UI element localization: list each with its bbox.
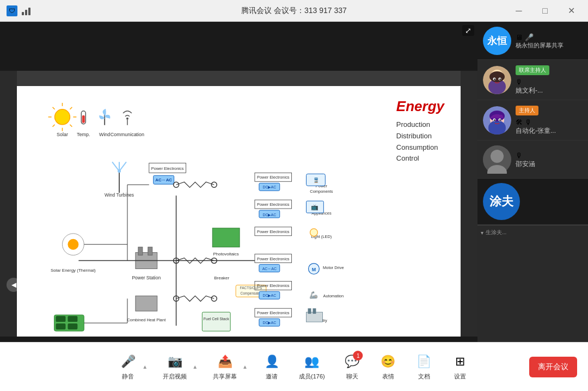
diagram-area: Solar Temp. Wind xyxy=(17,87,352,337)
svg-text:🚆: 🚆 xyxy=(313,177,320,184)
bottom-strip xyxy=(0,337,477,342)
toolbar-right: 离开会议 xyxy=(529,357,577,377)
svg-text:Power Electronics: Power Electronics xyxy=(257,229,290,234)
slide-content: Solar Temp. Wind xyxy=(17,87,461,337)
svg-text:Combined Heat Plant: Combined Heat Plant xyxy=(127,317,166,322)
shield-icon xyxy=(7,5,17,16)
mic-icon-yaowenli: 🎙 xyxy=(516,78,523,86)
invite-label: 邀请 xyxy=(266,372,278,381)
avatar-shaoan xyxy=(483,145,511,174)
share-button[interactable]: 📤 共享屏幕 xyxy=(209,351,241,383)
invite-button[interactable]: 👤 邀请 xyxy=(259,351,285,383)
energy-item-control: Control xyxy=(396,153,444,164)
energy-section: Energy Production Distribution Consumpti… xyxy=(396,98,444,164)
stop-share-button[interactable]: ■ xyxy=(44,278,58,292)
svg-line-21 xyxy=(112,162,119,171)
participant-yaowenli-name: 姚文利-... xyxy=(516,86,583,95)
svg-point-118 xyxy=(494,78,495,80)
svg-text:Components: Components xyxy=(310,189,333,194)
svg-point-15 xyxy=(126,118,128,120)
title-bar: 腾讯会议 会议号：313 917 337 ─ □ ✕ xyxy=(0,0,588,22)
svg-text:Breaker: Breaker xyxy=(214,276,229,280)
svg-text:Power Electronics: Power Electronics xyxy=(257,175,290,180)
maximize-button[interactable]: □ xyxy=(532,2,558,20)
toolbar-center: 🎤 静音 ▲ 📷 开启视频 ▲ 📤 共享屏幕 ▲ 👤 邀请 xyxy=(115,351,473,383)
svg-rect-35 xyxy=(56,323,66,329)
video-label: 开启视频 xyxy=(163,372,187,381)
svg-text:Wind: Wind xyxy=(99,132,110,137)
svg-rect-36 xyxy=(68,316,77,322)
svg-text:DC▶AC: DC▶AC xyxy=(262,185,276,189)
slide-container: Solar Temp. Wind xyxy=(17,71,461,337)
svg-text:🦾: 🦾 xyxy=(309,291,318,300)
svg-rect-11 xyxy=(82,115,85,123)
camera-icon: 📷 xyxy=(166,353,183,370)
signal-bar-3 xyxy=(28,8,30,15)
fullscreen-button[interactable]: ⤢ xyxy=(462,25,474,36)
svg-rect-31 xyxy=(136,296,157,311)
svg-text:Temp.: Temp. xyxy=(77,132,90,137)
avatar-shaoan-svg xyxy=(483,145,511,174)
mic-icon-yongheng: 🎤 xyxy=(525,33,534,41)
chevron-down-icon: ▾ xyxy=(481,230,483,236)
annotate-button[interactable]: ✎ xyxy=(62,278,76,292)
svg-text:Power Electronics: Power Electronics xyxy=(257,256,290,261)
energy-title: Energy xyxy=(396,98,444,115)
participant-tufu: 涂夫 xyxy=(477,179,588,225)
top-strip xyxy=(0,22,477,71)
svg-point-25 xyxy=(68,239,78,250)
svg-point-0 xyxy=(55,109,70,125)
doc-button[interactable]: 📄 文档 xyxy=(411,351,437,383)
next-slide-button[interactable]: ▶ xyxy=(25,278,39,292)
video-arrow[interactable]: ▲ xyxy=(191,364,199,370)
title-bar-left xyxy=(0,5,30,16)
emoji-icon: 😊 xyxy=(379,353,397,370)
svg-line-5 xyxy=(53,107,55,109)
svg-text:Power Electronics: Power Electronics xyxy=(151,166,184,171)
chat-button[interactable]: 💬 1 聊天 xyxy=(339,351,365,383)
share-arrow[interactable]: ▲ xyxy=(241,364,249,370)
participant-yaowenli-icons: 🎙 xyxy=(516,78,583,86)
settings-button[interactable]: ⊞ 设置 xyxy=(447,351,473,383)
svg-rect-96 xyxy=(202,312,230,331)
svg-text:📺: 📺 xyxy=(311,203,318,211)
mute-arrow[interactable]: ▲ xyxy=(141,364,149,370)
tool-icon-zhangtong: 🎙 xyxy=(525,118,532,126)
avatar-zhangtong xyxy=(483,106,511,135)
close-button[interactable]: ✕ xyxy=(559,2,584,20)
video-button[interactable]: 📷 开启视频 xyxy=(158,351,191,383)
window-title: 腾讯会议 会议号：313 917 337 xyxy=(241,6,347,16)
svg-text:Wind Turbines: Wind Turbines xyxy=(105,192,134,198)
energy-item-production: Production xyxy=(396,119,444,131)
svg-line-7 xyxy=(70,107,72,109)
badge-cohost: 联席主持人 xyxy=(516,65,549,75)
svg-point-106 xyxy=(174,182,179,187)
toolbar: 🎤 静音 ▲ 📷 开启视频 ▲ 📤 共享屏幕 ▲ 👤 邀请 xyxy=(0,342,588,391)
svg-text:DC▶AC: DC▶AC xyxy=(262,294,276,297)
more-participants: ▾ 生涂夫... xyxy=(477,225,588,240)
avatar-yaowenli-svg xyxy=(483,66,511,94)
expand-panel-button[interactable]: › xyxy=(355,168,367,196)
participant-shaoan-name: 邵安涵 xyxy=(516,160,583,169)
svg-point-126 xyxy=(494,119,495,121)
zoom-button[interactable]: ⊕ xyxy=(81,278,95,292)
svg-point-109 xyxy=(211,182,217,187)
prev-slide-button[interactable]: ◀ xyxy=(7,278,21,292)
svg-rect-45 xyxy=(212,228,240,247)
svg-text:M: M xyxy=(312,267,316,272)
invite-icon: 👤 xyxy=(263,353,280,370)
members-button[interactable]: 👥 成员(176) xyxy=(295,351,329,383)
more-label: 生涂夫... xyxy=(486,229,506,236)
svg-text:Solar: Solar xyxy=(57,132,68,137)
leave-button[interactable]: 离开会议 xyxy=(529,357,577,377)
right-panel: 永恒 🖥 🎤 杨永恒的屏幕共享 xyxy=(477,22,588,342)
svg-text:AC↔AC: AC↔AC xyxy=(155,178,172,182)
participant-shaoan: 🎙 邵安涵 xyxy=(477,140,588,179)
mute-label: 静音 xyxy=(122,372,134,381)
minimize-button[interactable]: ─ xyxy=(506,2,531,20)
mute-button[interactable]: 🎤 静音 xyxy=(115,351,141,383)
svg-point-129 xyxy=(491,150,504,163)
svg-text:DC▶AC: DC▶AC xyxy=(262,213,276,217)
svg-text:Power Electronics: Power Electronics xyxy=(257,202,290,207)
emoji-button[interactable]: 😊 表情 xyxy=(375,351,401,383)
